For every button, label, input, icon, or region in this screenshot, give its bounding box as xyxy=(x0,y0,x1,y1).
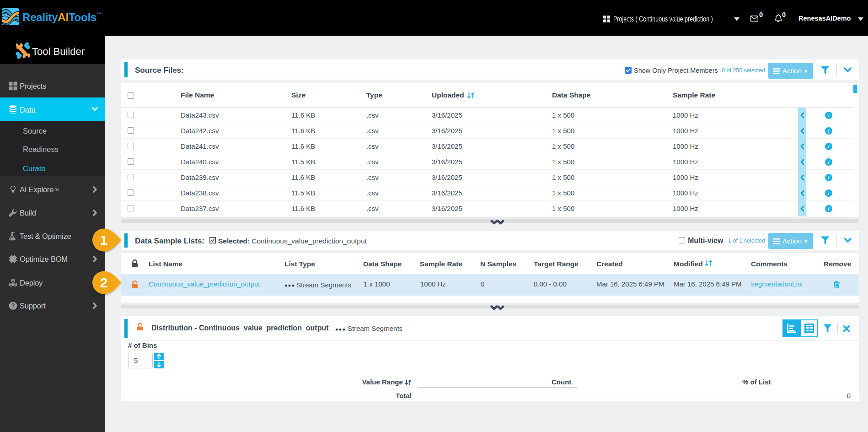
svg-text:1: 1 xyxy=(100,232,108,248)
svg-text:2: 2 xyxy=(100,275,108,290)
svg-text:?: ? xyxy=(11,302,15,309)
